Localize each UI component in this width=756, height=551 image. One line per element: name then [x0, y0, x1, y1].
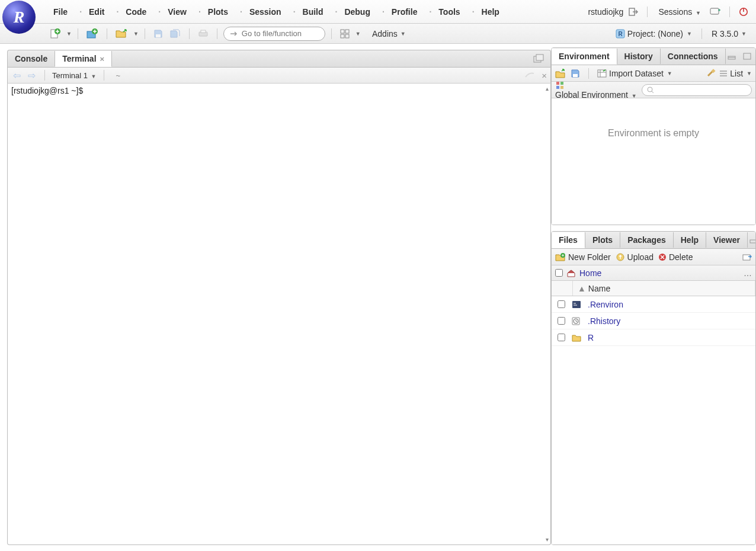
rename-button[interactable] [742, 253, 752, 261]
dropdown-icon[interactable]: ▼ [355, 31, 361, 37]
save-button[interactable] [151, 27, 165, 40]
quit-icon[interactable] [737, 5, 750, 18]
menu-tools[interactable]: Tools [423, 4, 466, 20]
delete-icon [658, 253, 667, 261]
save-workspace-icon[interactable] [571, 69, 580, 78]
maximize-pane-icon[interactable] [741, 51, 753, 62]
history-file-icon [571, 317, 582, 325]
clear-terminal-icon[interactable] [523, 69, 537, 81]
env-scope-dropdown[interactable]: Global Environment ▼ [555, 82, 637, 98]
env-search-input[interactable] [656, 86, 747, 94]
svg-rect-23 [598, 70, 606, 77]
terminal-selector[interactable]: Terminal 1 ▼ [52, 71, 97, 80]
goto-file-function[interactable] [223, 27, 325, 41]
separator [729, 7, 730, 17]
new-file-button[interactable] [47, 27, 63, 41]
maximize-pane-icon[interactable] [531, 52, 546, 65]
close-icon[interactable]: × [100, 55, 105, 63]
upload-icon [616, 253, 625, 261]
file-checkbox[interactable] [558, 317, 565, 325]
breadcrumb-home[interactable]: Home [579, 268, 601, 278]
svg-rect-22 [573, 74, 578, 77]
dropdown-icon[interactable]: ▼ [66, 31, 72, 37]
file-row: R [552, 329, 755, 346]
delete-button[interactable]: Delete [658, 252, 693, 262]
terminal-body[interactable]: ▴ [rstudiojkg@rs1 ~]$ ▾ [7, 84, 551, 545]
project-dropdown[interactable]: R Project: (None) ▼ [612, 27, 696, 40]
r-version-dropdown[interactable]: R 3.5.0 ▼ [708, 27, 750, 40]
terminal-prompt: [rstudiojkg@rs1 ~]$ [11, 86, 547, 95]
sessions-dropdown[interactable]: Sessions ▼ [655, 5, 704, 19]
goto-arrow-icon [230, 30, 238, 37]
tab-environment[interactable]: Environment [552, 49, 617, 65]
svg-rect-10 [201, 30, 206, 33]
tab-history[interactable]: History [617, 49, 661, 64]
menu-debug[interactable]: Debug [329, 4, 376, 20]
new-project-button[interactable] [84, 27, 101, 41]
svg-rect-30 [556, 82, 559, 85]
nav-forward-icon[interactable]: ⇨ [26, 70, 37, 81]
tab-help[interactable]: Help [674, 232, 706, 248]
file-name[interactable]: .Renviron [588, 300, 623, 309]
file-name[interactable]: R [588, 333, 594, 342]
print-button[interactable] [196, 28, 211, 40]
tab-connections[interactable]: Connections [661, 49, 726, 64]
env-search[interactable] [642, 84, 752, 96]
tab-terminal[interactable]: Terminal × [55, 51, 112, 67]
main-menus: File Edit Code View Plots Session Build … [47, 4, 505, 20]
load-workspace-icon[interactable] [555, 69, 566, 78]
tab-packages[interactable]: Packages [620, 232, 674, 248]
svg-rect-12 [345, 30, 349, 33]
workspace: Console Terminal × ⇦ ⇨ Terminal 1 ▼ ~ [0, 44, 756, 551]
dropdown-icon[interactable]: ▼ [133, 31, 139, 37]
menu-edit[interactable]: Edit [73, 4, 110, 20]
terminal-toolbar: ⇦ ⇨ Terminal 1 ▼ ~ × [7, 67, 551, 84]
file-checkbox[interactable] [558, 300, 565, 308]
svg-rect-14 [345, 34, 349, 38]
files-breadcrumb: Home … [552, 265, 755, 281]
tab-files[interactable]: Files [552, 232, 585, 248]
tab-console[interactable]: Console [8, 51, 55, 66]
sign-out-icon[interactable] [627, 6, 640, 18]
user-name: rstudiojkg [588, 7, 623, 17]
clear-env-icon[interactable] [706, 69, 716, 78]
menu-build[interactable]: Build [287, 4, 329, 20]
save-all-button[interactable] [168, 27, 183, 40]
minimize-pane-icon[interactable] [726, 51, 738, 62]
new-session-icon[interactable] [708, 6, 722, 18]
svg-rect-33 [560, 86, 563, 89]
grid-button[interactable] [338, 27, 352, 40]
env-view-dropdown[interactable]: List ▼ [719, 69, 752, 78]
menu-file[interactable]: File [47, 4, 73, 20]
import-dataset-dropdown[interactable]: Import Dataset ▼ [597, 69, 672, 78]
addins-dropdown[interactable]: Addins ▼ [370, 27, 408, 40]
tab-viewer[interactable]: Viewer [706, 232, 748, 248]
scroll-up-icon[interactable]: ▴ [546, 85, 549, 92]
file-checkbox[interactable] [558, 334, 565, 341]
new-folder-button[interactable]: New Folder [555, 252, 611, 262]
rstudio-logo: R [2, 1, 36, 34]
menu-code[interactable]: Code [110, 4, 152, 20]
close-terminal-icon[interactable]: × [542, 71, 547, 81]
open-file-button[interactable] [113, 27, 130, 40]
nav-back-icon[interactable]: ⇦ [11, 70, 23, 81]
env-scope-row: Global Environment ▼ [552, 82, 755, 98]
select-all-checkbox[interactable] [555, 269, 563, 277]
tab-plots[interactable]: Plots [585, 232, 620, 248]
goto-input[interactable] [242, 29, 319, 38]
menu-view[interactable]: View [152, 4, 193, 20]
svg-rect-21 [744, 53, 751, 59]
minimize-pane-icon[interactable] [748, 235, 756, 245]
breadcrumb-more-icon[interactable]: … [744, 268, 752, 278]
folder-icon [571, 334, 582, 342]
name-column-header[interactable]: ▲ Name [573, 281, 755, 296]
upload-button[interactable]: Upload [616, 252, 654, 262]
menu-help[interactable]: Help [466, 4, 505, 20]
menu-session[interactable]: Session [234, 4, 287, 20]
svg-line-35 [652, 91, 654, 93]
scroll-down-icon[interactable]: ▾ [546, 536, 549, 543]
file-name[interactable]: .Rhistory [588, 316, 620, 326]
menu-plots[interactable]: Plots [193, 4, 234, 20]
svg-point-34 [648, 87, 652, 92]
menu-profile[interactable]: Profile [376, 4, 423, 20]
